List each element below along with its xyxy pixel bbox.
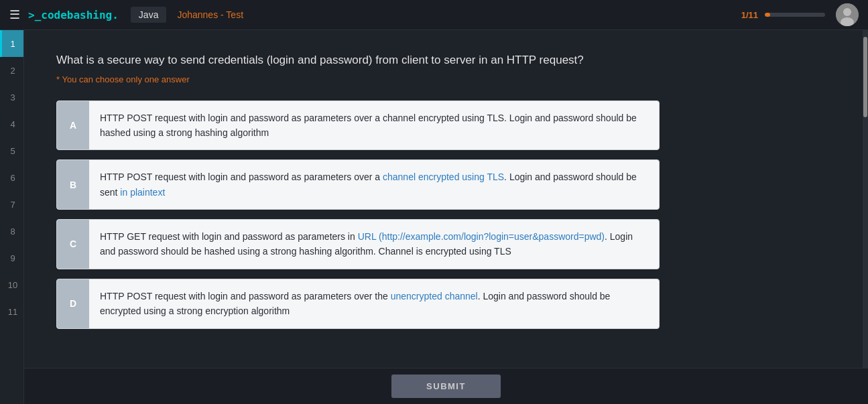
progress-section: 1/11 (741, 10, 825, 20)
submit-bar: SUBMIT (24, 368, 868, 404)
content-area[interactable]: What is a secure way to send credentials… (24, 30, 863, 404)
java-label: Java (131, 7, 167, 23)
sidebar-item-6[interactable]: 6 (0, 164, 23, 191)
answer-text-c: HTTP GET request with login and password… (89, 220, 659, 269)
logo: >_codebashing. (28, 9, 119, 21)
hamburger-icon[interactable]: ☰ (9, 7, 20, 22)
sidebar-item-8[interactable]: 8 (0, 218, 23, 245)
highlight-url: URL (http://example.com/login?login=user… (358, 231, 605, 242)
highlight-plaintext: in plaintext (120, 187, 165, 198)
answer-option-d[interactable]: D HTTP POST request with login and passw… (56, 279, 660, 329)
main-layout: 1 2 3 4 5 6 7 8 9 10 11 What is a secure… (0, 30, 868, 404)
answer-letter-c: C (57, 220, 89, 269)
answer-text-a: HTTP POST request with login and passwor… (89, 101, 659, 150)
answer-letter-a: A (57, 101, 89, 150)
course-label[interactable]: Johannes - Test (177, 9, 741, 20)
top-navigation: ☰ >_codebashing. Java Johannes - Test 1/… (0, 0, 868, 30)
progress-bar-fill (765, 13, 770, 17)
sidebar-item-2[interactable]: 2 (0, 57, 23, 84)
sidebar-item-3[interactable]: 3 (0, 84, 23, 111)
scroll-thumb (863, 37, 867, 117)
sidebar-item-4[interactable]: 4 (0, 111, 23, 137)
highlight-unencrypted: unencrypted channel (391, 291, 478, 301)
question-subtitle: * You can choose only one answer (56, 74, 830, 84)
scrollbar[interactable] (863, 30, 868, 404)
answer-option-a[interactable]: A HTTP POST request with login and passw… (56, 100, 660, 151)
answer-letter-b: B (57, 160, 89, 209)
question-title: What is a secure way to send credentials… (56, 52, 830, 69)
sidebar-item-11[interactable]: 11 (0, 298, 23, 325)
answer-text-d: HTTP POST request with login and passwor… (89, 279, 659, 328)
answer-option-b[interactable]: B HTTP POST request with login and passw… (56, 159, 660, 210)
highlight-channel: channel encrypted using TLS (383, 172, 504, 182)
sidebar-item-5[interactable]: 5 (0, 137, 23, 164)
sidebar-item-9[interactable]: 9 (0, 245, 23, 271)
sidebar-item-7[interactable]: 7 (0, 191, 23, 218)
answer-text-b: HTTP POST request with login and passwor… (89, 160, 659, 209)
svg-point-1 (843, 8, 851, 16)
sidebar-item-10[interactable]: 10 (0, 271, 23, 298)
submit-button[interactable]: SUBMIT (391, 375, 501, 398)
sidebar: 1 2 3 4 5 6 7 8 9 10 11 (0, 30, 24, 404)
avatar[interactable] (836, 3, 859, 26)
progress-bar (765, 13, 825, 17)
answer-option-c[interactable]: C HTTP GET request with login and passwo… (56, 219, 660, 269)
answer-letter-d: D (57, 279, 89, 328)
sidebar-item-1[interactable]: 1 (0, 30, 23, 57)
progress-label: 1/11 (741, 10, 758, 20)
